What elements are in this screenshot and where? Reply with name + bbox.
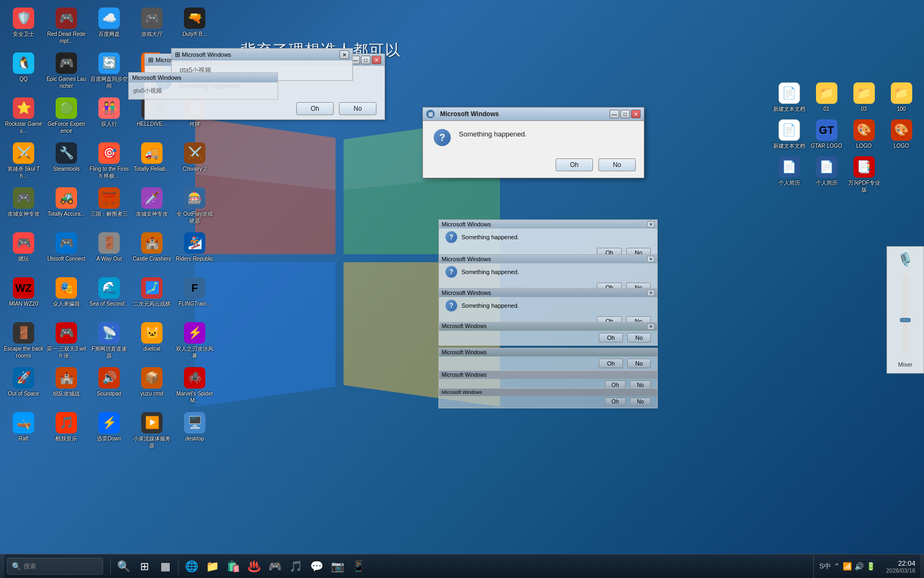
search-placeholder: 搜索 bbox=[24, 562, 36, 571]
taskbar-btn-steam2[interactable]: 🎮 bbox=[265, 557, 284, 576]
tray-volume[interactable]: 🔊 bbox=[854, 562, 864, 571]
icon-gtar[interactable]: GT GTAR LOGO bbox=[809, 117, 844, 151]
icon-wan[interactable]: 🎮 嗯玩 bbox=[3, 230, 44, 274]
tray-language[interactable]: S中 bbox=[819, 561, 831, 571]
clock[interactable]: 22:04 2026/03/16 bbox=[881, 559, 921, 574]
icon-baidupan[interactable]: ☁️ 百度网盘 bbox=[88, 5, 130, 49]
bg-dialog1-no[interactable]: No bbox=[339, 102, 376, 115]
taskbar-btn-search[interactable]: 🔍 bbox=[114, 557, 133, 576]
icon-youxi[interactable]: 🎮 游戏大厅 bbox=[131, 5, 173, 49]
icon-jianli1[interactable]: 📄 个人简历 bbox=[772, 154, 806, 195]
taskbar-btn-phone[interactable]: 📱 bbox=[349, 557, 368, 576]
icon-nvzhan[interactable]: 🗡️ 攻城女神专攻 bbox=[131, 185, 173, 229]
stack4-close[interactable]: ✕ bbox=[647, 323, 654, 330]
taskbar-btn-widgets[interactable]: ▦ bbox=[156, 557, 175, 576]
stack1-close[interactable]: ✕ bbox=[647, 221, 654, 227]
icon-mianb[interactable]: 🎮 买一·三双天3 with 张... bbox=[45, 320, 87, 364]
icon-awayout[interactable]: 🚪 A Way Out bbox=[88, 230, 130, 274]
tray-network[interactable]: 📶 bbox=[843, 562, 852, 571]
icon-epic[interactable]: 🎮 Epic Games Launcher bbox=[45, 50, 87, 94]
main-dialog-minimize[interactable]: — bbox=[610, 110, 619, 118]
taskbar-btn-steam1[interactable]: ♨️ bbox=[244, 557, 264, 576]
icon-yuzu[interactable]: 📦 yuzu cmd bbox=[131, 365, 173, 409]
icon-castle[interactable]: 🏰 Castle Crashers bbox=[131, 230, 173, 274]
icon-sea[interactable]: 🌊 Sea of Second... bbox=[88, 275, 130, 319]
icon-kuwo[interactable]: 🎵 酷我音乐 bbox=[45, 410, 87, 454]
icon-duelcat[interactable]: 🐱 duelcat bbox=[131, 320, 173, 364]
icon-rockstar[interactable]: ⭐ Rockstar Games... bbox=[3, 95, 44, 139]
taskbar-btn-edge[interactable]: 🌐 bbox=[182, 557, 201, 576]
taskbar-btn-camera[interactable]: 📷 bbox=[328, 557, 347, 576]
icon-fling[interactable]: 🎯 Fling to the Finish 终极... bbox=[88, 140, 130, 184]
icon-yingxiong[interactable]: ⚔️ 英雄杀 Skul Th... bbox=[3, 140, 44, 184]
bg-dialog1-close[interactable]: ✕ bbox=[372, 56, 381, 64]
icon-chivalry[interactable]: ⚔️ Chivalry 2 bbox=[174, 140, 215, 184]
icon-wanxing[interactable]: 📑 万兴PDF专业版 bbox=[846, 154, 881, 195]
icon-anquan[interactable]: 🛡️ 安全卫士 bbox=[3, 5, 44, 49]
icon-raft[interactable]: 🛶 Raft bbox=[3, 410, 44, 454]
taskbar-search[interactable]: 🔍 搜索 bbox=[7, 558, 103, 575]
icon-folder-100[interactable]: 📁 100 bbox=[884, 80, 919, 115]
show-desktop-btn[interactable] bbox=[921, 554, 924, 578]
stack7-ok[interactable]: Oh bbox=[605, 398, 626, 406]
taskbar-btn-kugou[interactable]: 🎵 bbox=[286, 557, 305, 576]
stack5-no[interactable]: No bbox=[627, 359, 651, 368]
bg-dialog1-max[interactable]: □ bbox=[361, 56, 371, 64]
icon-shuangfa[interactable]: ⚡ 双人之刃攻法风暴 bbox=[174, 320, 215, 364]
icon-shuangren[interactable]: 👫 双人行 bbox=[88, 95, 130, 139]
volume-slider[interactable] bbox=[900, 318, 911, 322]
bg-dialog2-close[interactable]: ✕ bbox=[340, 50, 349, 59]
taskbar-btn-wechat[interactable]: 💬 bbox=[307, 557, 326, 576]
icon-totally-acc[interactable]: 🚜 Totally Accura... bbox=[45, 185, 87, 229]
icon-mediaplayer[interactable]: ▶️ 小菜流媒体服务器 bbox=[131, 410, 173, 454]
icon-zuozhan[interactable]: 🏰 组队攻城战 bbox=[45, 365, 87, 409]
tray-arrow[interactable]: ⌃ bbox=[834, 562, 840, 571]
icon-ubisoft[interactable]: 🎮 Ubisoft Connect bbox=[45, 230, 87, 274]
icon-folder-03[interactable]: 📁 03 bbox=[846, 80, 881, 115]
icon-mian[interactable]: WZ MIAN WZ20 bbox=[3, 275, 44, 319]
icon-baidu-sync[interactable]: 🔄 百度网盘同步空间 bbox=[88, 50, 130, 94]
icon-outofspace[interactable]: 🚀 Out of Space bbox=[3, 365, 44, 409]
icon-logo2[interactable]: 🎨 LOGO bbox=[884, 117, 919, 151]
icon-new-text[interactable]: 📄 新建文本文档 bbox=[772, 80, 806, 115]
bg-dialog1-ok[interactable]: Oh bbox=[296, 102, 334, 115]
taskbar-btn-store[interactable]: 🛍️ bbox=[224, 557, 243, 576]
icon-flingtrain[interactable]: F FLINGTrain... bbox=[174, 275, 215, 319]
main-dialog-no-btn[interactable]: No bbox=[598, 158, 636, 171]
icon-spider[interactable]: 🕷️ Marvel's Spider M... bbox=[174, 365, 215, 409]
icon-rdr[interactable]: 🎮 Red Dead Redempt... bbox=[45, 5, 87, 49]
taskbar-btn-explorer[interactable]: 📁 bbox=[203, 557, 222, 576]
stack2-close[interactable]: ✕ bbox=[647, 256, 654, 262]
stack3-close[interactable]: ✕ bbox=[647, 290, 654, 296]
icon-new-text2[interactable]: 📄 新建文本文档 bbox=[772, 117, 806, 151]
icon-qq[interactable]: 🐧 QQ bbox=[3, 50, 44, 94]
icon-totally-rel[interactable]: 🚚 Totally Reliab... bbox=[131, 140, 173, 184]
main-dialog-question-icon: ? bbox=[434, 129, 451, 146]
icon-folder-01[interactable]: 📁 01 bbox=[809, 80, 844, 115]
icon-soundpad[interactable]: 🔊 Soundpad bbox=[88, 365, 130, 409]
icon-xunlei[interactable]: ⚡ 迅雷Down bbox=[88, 410, 130, 454]
stack4-ok[interactable]: Oh bbox=[599, 333, 623, 343]
icon-riders[interactable]: 🏂 Riders Republic bbox=[174, 230, 215, 274]
icon-jianli2[interactable]: 📄 个人简历 bbox=[809, 154, 844, 195]
main-dialog-ok-btn[interactable]: Oh bbox=[556, 158, 593, 171]
icon-fengyun[interactable]: 🗾 二次元风云战棋 bbox=[131, 275, 173, 319]
stack7-no[interactable]: No bbox=[630, 398, 651, 406]
icon-sanguo[interactable]: ⛩️ 三国：解围者三 bbox=[88, 185, 130, 229]
stack2-msg: Something happened. bbox=[461, 269, 519, 275]
icon-hunter[interactable]: 🎮 攻城女神专攻 bbox=[3, 185, 44, 229]
icon-steamtools[interactable]: 🔧 Steamtools bbox=[45, 140, 87, 184]
icon-blackops[interactable]: 🔫 Duty® B... bbox=[174, 5, 215, 49]
icon-desktop[interactable]: 🖥️ desktop bbox=[174, 410, 215, 454]
icon-outplay[interactable]: 🎰 全 OutPlay游戏硬器 bbox=[174, 185, 215, 229]
icon-geforce[interactable]: 🟢 GeForce Experience bbox=[45, 95, 87, 139]
icon-logo1[interactable]: 🎨 LOGO bbox=[846, 117, 881, 151]
main-dialog-close[interactable]: ✕ bbox=[631, 110, 641, 118]
icon-luoji[interactable]: 🎭 众人来骗我 bbox=[45, 275, 87, 319]
stack4-no[interactable]: No bbox=[627, 333, 651, 343]
icon-escape[interactable]: 🚪 Escape the backrooms bbox=[3, 320, 44, 364]
tray-battery[interactable]: 🔋 bbox=[866, 562, 875, 571]
main-dialog-maximize[interactable]: □ bbox=[620, 110, 630, 118]
taskbar-btn-taskview[interactable]: ⊞ bbox=[135, 557, 154, 576]
stack5-ok[interactable]: Oh bbox=[599, 359, 623, 368]
